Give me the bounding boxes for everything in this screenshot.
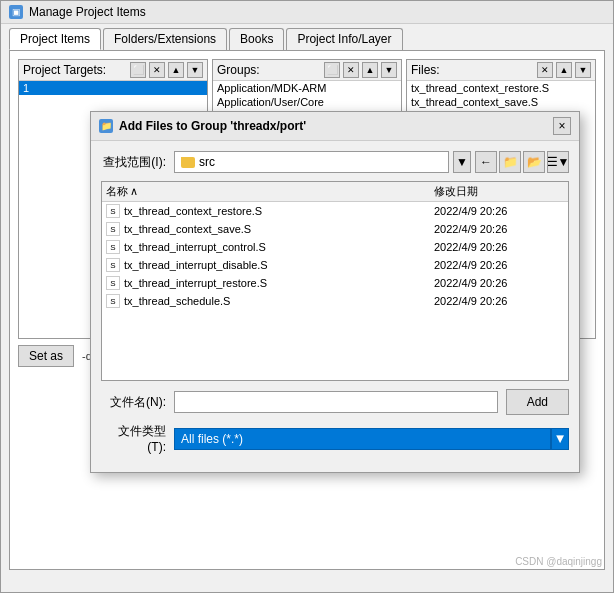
file-icon: S <box>106 258 120 272</box>
file-row[interactable]: S tx_thread_interrupt_restore.S 2022/4/9… <box>102 274 568 292</box>
list-item[interactable]: Application/MDK-ARM <box>213 81 401 95</box>
groups-header: Groups: ⬜ ✕ ▲ ▼ <box>213 60 401 81</box>
file-row[interactable]: S tx_thread_interrupt_disable.S 2022/4/9… <box>102 256 568 274</box>
tab-project-items[interactable]: Project Items <box>9 28 101 50</box>
file-icon: S <box>106 276 120 290</box>
dialog-title: Add Files to Group 'threadx/port' <box>119 119 306 133</box>
col-name[interactable]: 名称 ∧ <box>106 184 434 199</box>
title-bar: ▣ Manage Project Items <box>1 1 613 24</box>
groups-title: Groups: <box>217 63 321 77</box>
targets-up-btn[interactable]: ▲ <box>168 62 184 78</box>
back-btn[interactable]: ← <box>475 151 497 173</box>
folder-icon <box>181 157 195 168</box>
files-down-btn[interactable]: ▼ <box>575 62 591 78</box>
file-icon: S <box>106 240 120 254</box>
tabs-bar: Project Items Folders/Extensions Books P… <box>1 24 613 50</box>
targets-header: Project Targets: ⬜ ✕ ▲ ▼ <box>19 60 207 81</box>
dialog-title-left: 📁 Add Files to Group 'threadx/port' <box>99 119 306 133</box>
dialog-close-button[interactable]: × <box>553 117 571 135</box>
location-row: 查找范围(I): src ▼ ← 📁 📂 ☰▼ <box>101 151 569 173</box>
new-folder-btn[interactable]: 📁 <box>499 151 521 173</box>
list-item[interactable]: 1 <box>19 81 207 95</box>
targets-new-btn[interactable]: ⬜ <box>130 62 146 78</box>
file-date: 2022/4/9 20:26 <box>434 259 564 271</box>
filetype-dropdown-btn[interactable]: ▼ <box>551 428 569 450</box>
files-delete-btn[interactable]: ✕ <box>537 62 553 78</box>
filename-row: 文件名(N): Add <box>101 389 569 415</box>
main-window: ▣ Manage Project Items Project Items Fol… <box>0 0 614 593</box>
new-folder2-btn[interactable]: 📂 <box>523 151 545 173</box>
location-value: src <box>199 155 215 169</box>
file-name: tx_thread_interrupt_restore.S <box>124 277 434 289</box>
location-label: 查找范围(I): <box>101 154 166 171</box>
tab-books[interactable]: Books <box>229 28 284 50</box>
filetype-label: 文件类型(T): <box>101 423 166 454</box>
app-icon: ▣ <box>9 5 23 19</box>
groups-down-btn[interactable]: ▼ <box>381 62 397 78</box>
file-row[interactable]: S tx_thread_interrupt_control.S 2022/4/9… <box>102 238 568 256</box>
content-area: Project Targets: ⬜ ✕ ▲ ▼ 1 Groups: ⬜ ✕ ▲… <box>9 50 605 570</box>
groups-delete-btn[interactable]: ✕ <box>343 62 359 78</box>
files-title: Files: <box>411 63 534 77</box>
file-icon: S <box>106 204 120 218</box>
view-options-btn[interactable]: ☰▼ <box>547 151 569 173</box>
targets-down-btn[interactable]: ▼ <box>187 62 203 78</box>
file-date: 2022/4/9 20:26 <box>434 277 564 289</box>
filetype-select[interactable]: All files (*.*) <box>174 428 551 450</box>
dialog-icon: 📁 <box>99 119 113 133</box>
file-name: tx_thread_interrupt_disable.S <box>124 259 434 271</box>
file-date: 2022/4/9 20:26 <box>434 295 564 307</box>
file-name: tx_thread_schedule.S <box>124 295 434 307</box>
filetype-value: All files (*.*) <box>181 432 243 446</box>
list-item[interactable]: tx_thread_context_save.S <box>407 95 595 109</box>
targets-delete-btn[interactable]: ✕ <box>149 62 165 78</box>
file-date: 2022/4/9 20:26 <box>434 205 564 217</box>
groups-new-btn[interactable]: ⬜ <box>324 62 340 78</box>
files-header: Files: ✕ ▲ ▼ <box>407 60 595 81</box>
tab-project-info[interactable]: Project Info/Layer <box>286 28 402 50</box>
dialog-toolbar: ← 📁 📂 ☰▼ <box>475 151 569 173</box>
add-button[interactable]: Add <box>506 389 569 415</box>
list-item[interactable]: tx_thread_context_restore.S <box>407 81 595 95</box>
file-icon: S <box>106 222 120 236</box>
filename-label: 文件名(N): <box>101 394 166 411</box>
list-item[interactable]: Application/User/Core <box>213 95 401 109</box>
watermark: CSDN @daqinjingg <box>515 556 602 567</box>
file-row[interactable]: S tx_thread_schedule.S 2022/4/9 20:26 <box>102 292 568 310</box>
window-title: Manage Project Items <box>29 5 146 19</box>
file-name: tx_thread_interrupt_control.S <box>124 241 434 253</box>
filetype-row: 文件类型(T): All files (*.*) ▼ <box>101 423 569 454</box>
set-as-button[interactable]: Set as <box>18 345 74 367</box>
location-dropdown-btn[interactable]: ▼ <box>453 151 471 173</box>
tab-folders-extensions[interactable]: Folders/Extensions <box>103 28 227 50</box>
file-date: 2022/4/9 20:26 <box>434 241 564 253</box>
filename-input[interactable] <box>174 391 498 413</box>
targets-title: Project Targets: <box>23 63 127 77</box>
file-row[interactable]: S tx_thread_context_restore.S 2022/4/9 2… <box>102 202 568 220</box>
file-name: tx_thread_context_restore.S <box>124 205 434 217</box>
file-icon: S <box>106 294 120 308</box>
col-date: 修改日期 <box>434 184 564 199</box>
groups-up-btn[interactable]: ▲ <box>362 62 378 78</box>
file-date: 2022/4/9 20:26 <box>434 223 564 235</box>
file-list-header: 名称 ∧ 修改日期 <box>102 182 568 202</box>
dialog-content: 查找范围(I): src ▼ ← 📁 📂 ☰▼ <box>91 141 579 472</box>
dialog-title-bar: 📁 Add Files to Group 'threadx/port' × <box>91 112 579 141</box>
dialog-file-list[interactable]: 名称 ∧ 修改日期 S tx_thread_context_restore.S … <box>101 181 569 381</box>
file-row[interactable]: S tx_thread_context_save.S 2022/4/9 20:2… <box>102 220 568 238</box>
file-name: tx_thread_context_save.S <box>124 223 434 235</box>
files-up-btn[interactable]: ▲ <box>556 62 572 78</box>
add-files-dialog: 📁 Add Files to Group 'threadx/port' × 查找… <box>90 111 580 473</box>
